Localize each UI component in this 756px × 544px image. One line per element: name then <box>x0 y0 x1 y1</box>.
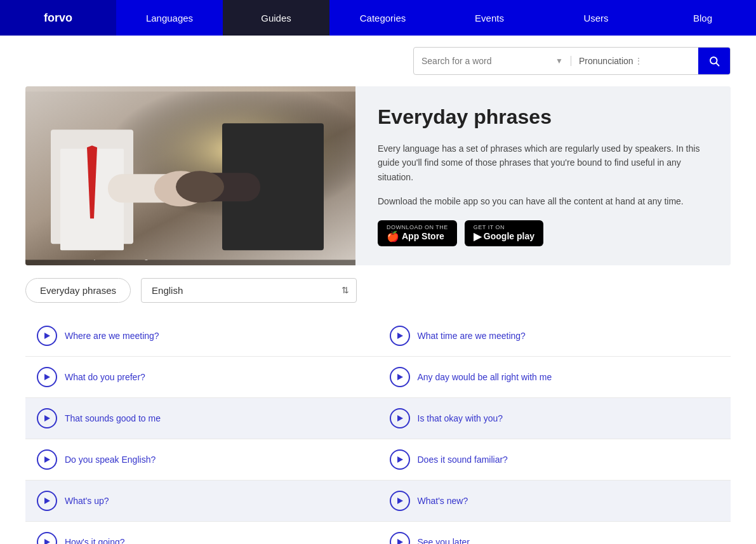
play-icon <box>396 415 404 422</box>
search-bar: ▼ Pronunciation ⋮ <box>0 36 756 86</box>
phrase-text: That sounds good to me <box>65 413 161 423</box>
app-store-top: Download on the <box>387 224 448 230</box>
filter-bar: Everyday phrases EnglishSpanishFrenchGer… <box>25 278 731 303</box>
phrase-item[interactable]: Where are we meeting? <box>25 315 378 357</box>
play-button[interactable] <box>37 491 57 511</box>
phrases-grid: Where are we meeting?What time are we me… <box>25 315 731 544</box>
phrase-item[interactable]: What time are we meeting? <box>378 315 731 357</box>
play-icon <box>43 538 51 544</box>
apple-icon: 🍎 <box>387 230 399 242</box>
language-filter-wrap: EnglishSpanishFrenchGermanItalianPortugu… <box>141 278 357 303</box>
play-icon <box>396 373 404 381</box>
play-icon <box>43 373 51 381</box>
hero-description: Every language has a set of phrases whic… <box>378 142 708 184</box>
phrase-text: Does it sound familiar? <box>418 454 508 465</box>
svg-marker-19 <box>397 456 403 463</box>
google-play-top: GET IT ON <box>474 224 505 230</box>
phrase-item[interactable]: See you later <box>378 522 731 544</box>
svg-marker-18 <box>44 456 50 463</box>
pronunciation-dropdown-arrow[interactable]: ⋮ <box>635 56 691 65</box>
hero-app-text: Download the mobile app so you can have … <box>378 194 708 208</box>
app-badges: Download on the 🍎 App Store GET IT ON ▶ … <box>378 220 708 246</box>
phrase-item[interactable]: Is that okay with you? <box>378 398 731 439</box>
category-filter-label: Everyday phrases <box>25 278 131 303</box>
hero-title: Everyday phrases <box>378 105 708 129</box>
svg-marker-17 <box>397 415 403 421</box>
search-icon <box>708 55 720 67</box>
phrase-item[interactable]: That sounds good to me <box>25 398 378 439</box>
play-button[interactable] <box>390 326 410 346</box>
phrase-text: Any day would be all right with me <box>418 372 552 382</box>
play-icon <box>43 415 51 422</box>
svg-marker-15 <box>397 374 403 380</box>
svg-marker-23 <box>397 539 403 544</box>
phrase-item[interactable]: Any day would be all right with me <box>378 357 731 398</box>
hero-section: Guides • Useful phrases in English Every… <box>25 86 731 265</box>
phrase-item[interactable]: How's it going? <box>25 522 378 544</box>
svg-line-1 <box>716 63 719 65</box>
svg-marker-16 <box>44 415 50 421</box>
phrase-text: What time are we meeting? <box>418 331 526 341</box>
phrase-text: See you later <box>418 537 470 544</box>
nav-item-users[interactable]: Users <box>543 0 649 36</box>
play-button[interactable] <box>390 367 410 387</box>
nav-item-categories[interactable]: Categories <box>329 0 436 36</box>
hero-illustration <box>25 86 355 265</box>
nav-item-guides[interactable]: Guides <box>223 0 329 36</box>
search-word-field: ▼ <box>414 56 571 66</box>
main-nav: forvo LanguagesGuidesCategoriesEventsUse… <box>0 0 756 36</box>
search-input[interactable] <box>421 56 555 66</box>
phrase-text: What's up? <box>65 496 109 506</box>
svg-marker-21 <box>397 498 403 504</box>
pronunciation-label: Pronunciation <box>579 56 635 66</box>
play-button[interactable] <box>37 449 57 470</box>
app-store-badge[interactable]: Download on the 🍎 App Store <box>378 220 457 246</box>
search-dropdown-arrow[interactable]: ▼ <box>555 56 563 65</box>
phrase-text: What's new? <box>418 496 468 506</box>
svg-marker-13 <box>397 333 403 339</box>
logo: forvo <box>0 0 116 36</box>
svg-marker-12 <box>44 333 50 339</box>
play-icon <box>396 456 404 463</box>
phrase-item[interactable]: What's up? <box>25 481 378 522</box>
play-button[interactable] <box>390 532 410 544</box>
app-store-bottom: 🍎 App Store <box>387 230 444 242</box>
phrase-item[interactable]: What do you prefer? <box>25 357 378 398</box>
phrase-text: Is that okay with you? <box>418 413 503 423</box>
phrase-item[interactable]: What's new? <box>378 481 731 522</box>
nav-item-blog[interactable]: Blog <box>649 0 756 36</box>
phrase-text: What do you prefer? <box>65 372 145 382</box>
svg-point-11 <box>176 171 224 202</box>
play-button[interactable] <box>390 408 410 428</box>
play-button[interactable] <box>37 532 57 544</box>
phrase-text: How's it going? <box>65 537 125 544</box>
google-play-bottom: ▶ Google play <box>474 230 534 242</box>
play-button[interactable] <box>37 326 57 346</box>
play-icon <box>43 497 51 505</box>
nav-items: LanguagesGuidesCategoriesEventsUsersBlog <box>116 0 756 36</box>
nav-item-events[interactable]: Events <box>436 0 543 36</box>
hero-image: Guides • Useful phrases in English <box>25 86 355 265</box>
play-button[interactable] <box>37 367 57 387</box>
svg-marker-14 <box>44 374 50 380</box>
search-form: ▼ Pronunciation ⋮ <box>413 47 731 75</box>
play-icon <box>396 497 404 505</box>
play-icon <box>43 456 51 463</box>
phrase-text: Do you speak English? <box>65 454 156 465</box>
play-button[interactable] <box>390 491 410 511</box>
play-button[interactable] <box>37 408 57 428</box>
play-icon: ▶ <box>474 230 481 242</box>
language-select[interactable]: EnglishSpanishFrenchGermanItalianPortugu… <box>141 278 357 303</box>
play-icon <box>43 332 51 340</box>
play-icon <box>396 538 404 544</box>
phrase-item[interactable]: Does it sound familiar? <box>378 439 731 481</box>
nav-item-languages[interactable]: Languages <box>116 0 223 36</box>
phrase-item[interactable]: Do you speak English? <box>25 439 378 481</box>
google-play-badge[interactable]: GET IT ON ▶ Google play <box>465 220 543 246</box>
search-button[interactable] <box>698 47 730 75</box>
svg-marker-20 <box>44 498 50 504</box>
play-icon <box>396 332 404 340</box>
hero-content: Everyday phrases Every language has a se… <box>355 86 731 265</box>
svg-marker-22 <box>44 539 50 544</box>
play-button[interactable] <box>390 449 410 470</box>
